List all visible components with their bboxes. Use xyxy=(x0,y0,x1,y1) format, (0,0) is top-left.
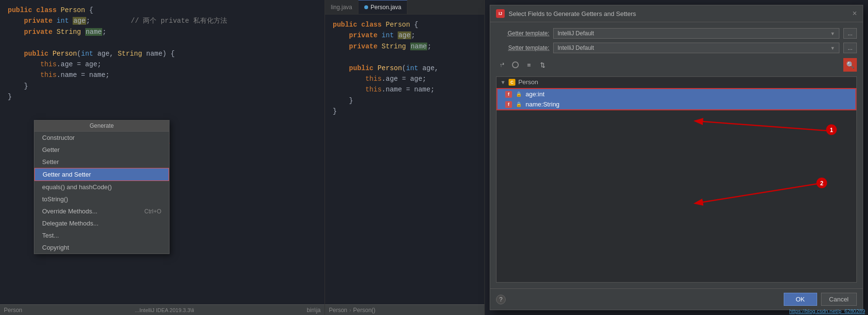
code-line-7: this.name = name; xyxy=(8,70,317,80)
dialog-app-icon: IJ xyxy=(496,9,505,18)
breadcrumb-sep: › xyxy=(349,307,351,314)
menu-item-copyright[interactable]: Copyright xyxy=(34,241,169,254)
dialog: IJ Select Fields to Generate Getters and… xyxy=(490,5,863,310)
m-code-line-3: private String name; xyxy=(333,41,477,52)
class-icon: C xyxy=(509,79,515,86)
dialog-body: Getter template: IntelliJ Default ▼ ... … xyxy=(490,22,863,288)
search-button[interactable]: 🔍 xyxy=(843,58,857,72)
circle-icon xyxy=(512,61,519,68)
sort-alpha-btn[interactable]: ↑² xyxy=(496,59,508,71)
setter-template-value: IntelliJ Default xyxy=(558,45,594,51)
code-line-5: public Person(int age, String name) { xyxy=(8,48,317,59)
dialog-close-button[interactable]: × xyxy=(852,10,857,17)
columns-btn[interactable]: ⇅ xyxy=(537,59,548,71)
tree-root-person[interactable]: ▼ C Person xyxy=(496,77,856,87)
m-code-line-6: this.age = age; xyxy=(333,74,477,84)
m-code-line-9: } xyxy=(333,106,477,117)
tab-person[interactable]: Person.java xyxy=(358,0,407,14)
tree-item-age-label: age:int xyxy=(526,90,544,98)
align-btn[interactable]: ≡ xyxy=(523,59,535,71)
menu-item-getter[interactable]: Getter xyxy=(34,144,169,156)
lock-icon-name: 🔒 xyxy=(516,102,522,107)
context-menu[interactable]: Generate Constructor Getter Setter Gette… xyxy=(34,120,170,254)
tree-item-age[interactable]: f 🔒 age:int xyxy=(497,89,855,99)
code-line-6: this.age = age; xyxy=(8,59,317,70)
getter-chevron-icon: ▼ xyxy=(830,31,835,36)
menu-item-constructor[interactable]: Constructor xyxy=(34,132,169,144)
tab-bar: ling.java Person.java xyxy=(325,0,484,15)
tree-root-label: Person xyxy=(518,78,538,86)
setter-template-extra-btn[interactable]: ... xyxy=(843,43,857,53)
ok-button[interactable]: OK xyxy=(784,293,817,306)
left-code-panel: public class Person { private int age; /… xyxy=(0,0,325,315)
columns-icon: ⇅ xyxy=(540,61,545,69)
m-code-line-7: this.name = name; xyxy=(333,84,477,95)
fields-tree[interactable]: ▼ C Person f 🔒 age:int f 🔒 name:String xyxy=(496,76,857,283)
lock-icon-age: 🔒 xyxy=(516,91,522,97)
search-icon: 🔍 xyxy=(846,61,854,69)
m-code-line-8: } xyxy=(333,95,477,106)
code-line-2: private int age; // 两个 private 私有化方法 xyxy=(8,15,317,26)
dialog-title-left: IJ Select Fields to Generate Getters and… xyxy=(496,9,636,18)
setter-chevron-icon: ▼ xyxy=(830,45,835,51)
tab-ling[interactable]: ling.java xyxy=(325,0,358,14)
status-bar-left: Person ...IntelliJ IDEA 2019.3.3\li bin\… xyxy=(0,304,325,315)
code-line-3: private String name; xyxy=(8,27,317,37)
setter-template-row: Setter template: IntelliJ Default ▼ ... xyxy=(496,43,857,53)
code-line-8: } xyxy=(8,81,317,91)
getter-template-select[interactable]: IntelliJ Default ▼ xyxy=(553,28,839,39)
menu-item-test[interactable]: Test... xyxy=(34,229,169,241)
right-panel: public class Person { private int age; p… xyxy=(484,0,868,315)
getter-template-extra-btn[interactable]: ... xyxy=(843,28,857,39)
middle-bottom-bar: Person › Person() xyxy=(325,304,484,315)
cancel-button[interactable]: Cancel xyxy=(821,293,857,306)
toolbar-row: ↑² ≡ ⇅ 🔍 xyxy=(496,57,857,73)
menu-item-override[interactable]: Override Methods... Ctrl+O xyxy=(34,205,169,217)
m-code-line-5: public Person(int age, xyxy=(333,63,477,74)
m-code-line-1: public class Person { xyxy=(333,19,477,30)
menu-item-delegate[interactable]: Delegate Methods... xyxy=(34,217,169,229)
tree-item-name-label: name:String xyxy=(526,101,559,108)
help-button[interactable]: ? xyxy=(496,295,506,304)
middle-code-area: public class Person { private int age; p… xyxy=(325,15,484,122)
field-icon-name: f xyxy=(505,101,512,108)
setter-template-label: Setter template: xyxy=(496,45,549,51)
setter-template-select[interactable]: IntelliJ Default ▼ xyxy=(553,43,839,53)
bin-path: bin\ja xyxy=(307,307,321,314)
tree-expand-icon: ▼ xyxy=(500,79,506,85)
breadcrumb-part1: Person xyxy=(329,307,347,314)
context-menu-header: Generate xyxy=(34,120,169,132)
left-code-area: public class Person { private int age; /… xyxy=(0,0,325,107)
menu-item-tostring[interactable]: toString() xyxy=(34,193,169,205)
m-code-line-2: private int age; xyxy=(333,30,477,41)
code-line-1: public class Person { xyxy=(8,5,317,15)
dialog-footer: ? OK Cancel xyxy=(490,288,863,310)
breadcrumb-part2: Person() xyxy=(353,307,375,314)
field-icon-age: f xyxy=(505,91,512,98)
align-icon: ≡ xyxy=(527,61,531,69)
circle-btn[interactable] xyxy=(510,59,521,71)
ide-version: ...IntelliJ IDEA 2019.3.3\li xyxy=(22,307,307,313)
dialog-title-text: Select Fields to Generate Getters and Se… xyxy=(509,10,636,17)
menu-item-equals-hashcode[interactable]: equals() and hashCode() xyxy=(34,181,169,193)
code-line-9: } xyxy=(8,91,317,102)
getter-template-row: Getter template: IntelliJ Default ▼ ... xyxy=(496,28,857,39)
url-bar: https://blog.csdn.net/p_6280289 xyxy=(786,307,868,315)
status-text: Person xyxy=(4,307,22,314)
selected-fields-container: f 🔒 age:int f 🔒 name:String xyxy=(496,88,856,110)
middle-code-panel: ling.java Person.java public class Perso… xyxy=(325,0,484,315)
tab-ling-label: ling.java xyxy=(331,4,352,11)
tree-item-name[interactable]: f 🔒 name:String xyxy=(497,99,855,109)
dialog-title-bar: IJ Select Fields to Generate Getters and… xyxy=(490,5,863,22)
menu-item-getter-setter[interactable]: Getter and Setter xyxy=(34,168,169,181)
sort-alpha-icon: ↑² xyxy=(499,62,504,68)
tab-dot xyxy=(364,5,368,9)
menu-item-setter[interactable]: Setter xyxy=(34,156,169,168)
getter-template-value: IntelliJ Default xyxy=(558,30,594,37)
tab-person-label: Person.java xyxy=(371,4,401,11)
getter-template-label: Getter template: xyxy=(496,30,549,37)
